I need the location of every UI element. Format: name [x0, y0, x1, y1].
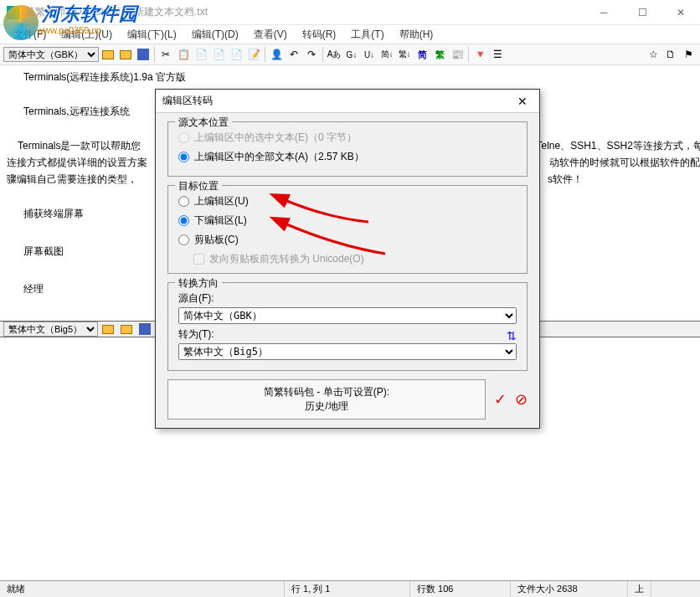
radio-clipboard-input[interactable] [178, 234, 189, 245]
toolbar: 简体中文（GBK） ✂ 📋 📄 📄 📄 📝 👤 ↶ ↷ Aあ G↓ U↓ 简↓ … [0, 44, 700, 65]
save-lower-icon[interactable] [136, 321, 153, 337]
to-select[interactable]: 繁体中文（Big5） [178, 343, 517, 360]
check-unicode-input [193, 254, 204, 265]
user-icon[interactable]: 👤 [268, 46, 285, 63]
from-select[interactable]: 简体中文（GBK） [178, 307, 517, 324]
open-folder-lower-icon[interactable] [100, 321, 116, 337]
filter-icon[interactable]: 🔻 [471, 46, 488, 63]
text-ab-icon[interactable]: Aあ [326, 46, 342, 63]
paste2-icon[interactable]: 📄 [210, 46, 227, 63]
confirm-check-icon[interactable]: ✓ [494, 390, 507, 409]
menu-edit-lower[interactable]: 编辑(下)(L) [121, 26, 183, 44]
menu-tools[interactable]: 工具(T) [344, 26, 390, 44]
radio-all-input[interactable] [178, 152, 189, 162]
cut-icon[interactable]: ✂ [157, 46, 174, 63]
window-title: 简繁大师 - D:\tools\桌面\新建文本文档.txt [25, 5, 584, 19]
flag-icon[interactable]: ⚑ [680, 46, 697, 63]
star-icon[interactable]: ☆ [645, 46, 661, 63]
target-group-title: 目标位置 [175, 179, 222, 193]
menu-file[interactable]: 文件(F) [7, 26, 53, 44]
edit-icon[interactable]: 📝 [245, 46, 262, 63]
save-icon[interactable] [135, 46, 152, 63]
radio-upper-input[interactable] [178, 196, 189, 207]
jian2-icon[interactable]: 简 [414, 46, 430, 63]
status-lines: 行数 106 [410, 581, 511, 597]
undo-icon[interactable]: ↶ [286, 46, 302, 63]
check-unicode: 发向剪贴板前先转换为 Unicode(O) [193, 252, 517, 266]
open-folder-icon[interactable] [100, 46, 116, 63]
encoding-select-upper[interactable]: 简体中文（GBK） [3, 47, 99, 62]
redo-icon[interactable]: ↷ [303, 46, 320, 63]
encoding-select-lower[interactable]: 繁体中文（Big5） [3, 322, 98, 337]
menu-edit-upper[interactable]: 编辑(上)(U) [54, 26, 119, 44]
convert-dialog: 编辑区转码 ✕ 源文本位置 上编辑区中的选中文本(E)（0 字节） 上编辑区中的… [155, 89, 540, 429]
swap-direction-button[interactable]: ⇅ [507, 329, 517, 342]
dialog-title: 编辑区转码 [162, 94, 512, 108]
u-down-icon[interactable]: U↓ [361, 46, 378, 63]
list-icon[interactable]: ☰ [489, 46, 506, 63]
jian-down-icon[interactable]: 简↓ [378, 46, 395, 63]
paste3-icon[interactable]: 📄 [228, 46, 244, 63]
direction-groupbox: 转换方向 源自(F): 简体中文（GBK） 转为(T): ⇅ 繁体中文（Big5… [167, 282, 528, 371]
menu-convert[interactable]: 转码(R) [296, 26, 343, 44]
status-end: 上 [628, 581, 651, 597]
radio-selected-input [178, 132, 189, 143]
target-groupbox: 目标位置 上编辑区(U) 下编辑区(L) 剪贴板(C) 发向剪贴板前先转换为 U… [167, 185, 528, 274]
convert-doc-icon[interactable]: 📰 [449, 46, 466, 63]
g-down-icon[interactable]: G↓ [343, 46, 360, 63]
maximize-button[interactable]: ☐ [623, 0, 661, 25]
radio-lower-editor[interactable]: 下编辑区(L) [178, 214, 517, 228]
open-folder2-lower-icon[interactable] [118, 321, 135, 337]
menu-view[interactable]: 查看(V) [247, 26, 294, 44]
app-icon [7, 6, 20, 19]
dialog-close-button[interactable]: ✕ [512, 91, 533, 111]
convert-pack-button[interactable]: 简繁转码包 - 单击可设置(P): 历史/地理 [167, 379, 486, 419]
menu-edit[interactable]: 编辑(T)(D) [185, 26, 245, 44]
radio-selected-text: 上编辑区中的选中文本(E)（0 字节） [178, 131, 517, 145]
status-filesize: 文件大小 2638 [511, 581, 628, 597]
to-label: 转为(T): [178, 327, 214, 342]
radio-lower-input[interactable] [178, 215, 189, 226]
status-ready: 就绪 [0, 581, 285, 597]
direction-group-title: 转换方向 [175, 276, 222, 291]
radio-all-text[interactable]: 上编辑区中的全部文本(A)（2.57 KB） [178, 150, 517, 164]
window-titlebar: 简繁大师 - D:\tools\桌面\新建文本文档.txt ─ ☐ ✕ [0, 0, 700, 25]
status-position: 行 1, 列 1 [285, 581, 410, 597]
radio-upper-editor[interactable]: 上编辑区(U) [178, 194, 517, 208]
open-folder2-icon[interactable] [117, 46, 134, 63]
from-label: 源自(F): [178, 291, 517, 306]
source-groupbox: 源文本位置 上编辑区中的选中文本(E)（0 字节） 上编辑区中的全部文本(A)（… [167, 121, 528, 177]
editor-line: Terminals(远程连接系统)1.9a 官方版 [23, 69, 693, 85]
statusbar: 就绪 行 1, 列 1 行数 106 文件大小 2638 上 [0, 580, 700, 597]
cancel-stop-icon[interactable]: ⊘ [515, 390, 528, 409]
source-group-title: 源文本位置 [175, 116, 232, 130]
minimize-button[interactable]: ─ [584, 0, 623, 25]
paste-icon[interactable]: 📄 [193, 46, 209, 63]
new-doc-icon[interactable]: 🗋 [662, 46, 679, 63]
radio-clipboard[interactable]: 剪贴板(C) [178, 233, 517, 247]
fan2-icon[interactable]: 繁 [431, 46, 448, 63]
fan-down-icon[interactable]: 繁↓ [396, 46, 413, 63]
menubar: 文件(F) 编辑(上)(U) 编辑(下)(L) 编辑(T)(D) 查看(V) 转… [0, 25, 700, 44]
close-button[interactable]: ✕ [661, 0, 700, 25]
menu-help[interactable]: 帮助(H) [393, 26, 440, 44]
copy-icon[interactable]: 📋 [175, 46, 192, 63]
